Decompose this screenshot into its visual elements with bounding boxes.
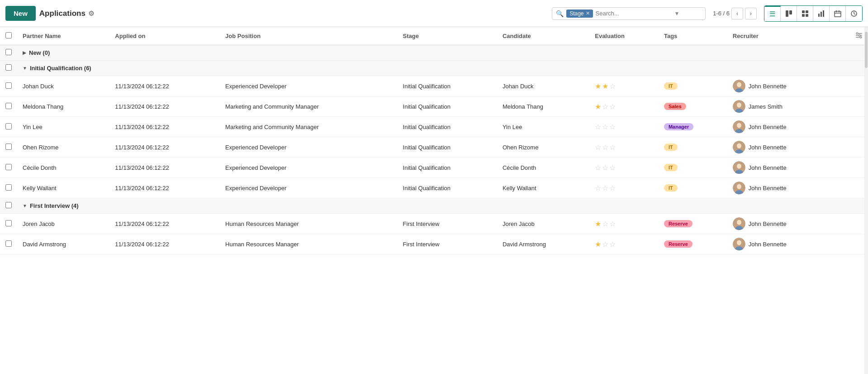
select-all-header[interactable] xyxy=(0,27,17,45)
star-2[interactable]: ☆ xyxy=(602,163,608,172)
kanban-view-button[interactable] xyxy=(781,6,797,21)
tags-cell: IT xyxy=(659,158,727,178)
star-1[interactable]: ☆ xyxy=(595,143,601,152)
recruiter-name: James Smith xyxy=(749,103,783,110)
applied-on-cell: 11/13/2024 06:12:22 xyxy=(109,96,220,117)
svg-point-23 xyxy=(737,82,741,87)
col-applied-on[interactable]: Applied on xyxy=(109,27,220,45)
group-checkbox[interactable] xyxy=(5,49,12,55)
star-3[interactable]: ☆ xyxy=(609,240,616,249)
row-checkbox[interactable] xyxy=(5,220,12,226)
recruiter-cell: John Bennette xyxy=(727,234,837,254)
row-checkbox[interactable] xyxy=(5,184,12,191)
star-2[interactable]: ★ xyxy=(602,82,608,91)
group-label[interactable]: ▼ Initial Qualification (6) xyxy=(23,65,863,72)
tag-badge[interactable]: Reserve xyxy=(664,220,693,227)
col-job-position[interactable]: Job Position xyxy=(220,27,397,45)
scrollbar[interactable] xyxy=(864,27,868,254)
row-checkbox[interactable] xyxy=(5,82,12,89)
col-partner-name[interactable]: Partner Name xyxy=(17,27,109,45)
star-1[interactable]: ★ xyxy=(595,102,601,111)
grid-view-button[interactable] xyxy=(797,6,813,21)
star-1[interactable]: ★ xyxy=(595,240,601,249)
stage-filter-tag[interactable]: Stage ✕ xyxy=(566,10,593,18)
svg-rect-0 xyxy=(786,10,788,17)
col-evaluation[interactable]: Evaluation xyxy=(589,27,659,45)
star-2[interactable]: ☆ xyxy=(602,184,608,192)
star-2[interactable]: ☆ xyxy=(602,240,608,249)
job-position-cell: Experienced Developer xyxy=(220,137,397,158)
stage-cell: Initial Qualification xyxy=(398,96,497,117)
group-toggle-icon[interactable]: ▼ xyxy=(23,203,27,208)
row-checkbox[interactable] xyxy=(5,144,12,150)
stage-filter-close[interactable]: ✕ xyxy=(586,10,590,16)
star-3[interactable]: ☆ xyxy=(609,143,616,152)
calendar-view-button[interactable] xyxy=(830,6,846,21)
list-view-button[interactable]: ☰ xyxy=(764,6,781,21)
tag-badge[interactable]: IT xyxy=(664,164,678,171)
chart-view-button[interactable] xyxy=(813,6,830,21)
star-2[interactable]: ☆ xyxy=(602,123,608,131)
group-toggle-icon[interactable]: ▶ xyxy=(23,50,26,55)
tag-badge[interactable]: Reserve xyxy=(664,240,693,248)
star-1[interactable]: ☆ xyxy=(595,123,601,131)
star-1[interactable]: ☆ xyxy=(595,184,601,192)
star-3[interactable]: ☆ xyxy=(609,102,616,111)
row-checkbox-cell xyxy=(0,158,17,178)
tag-badge[interactable]: Sales xyxy=(664,103,686,110)
row-checkbox[interactable] xyxy=(5,164,12,170)
star-1[interactable]: ★ xyxy=(595,82,601,91)
evaluation-cell: ★☆☆ xyxy=(589,96,659,117)
group-checkbox[interactable] xyxy=(5,64,12,71)
star-3[interactable]: ☆ xyxy=(609,163,616,172)
new-button[interactable]: New xyxy=(5,6,36,21)
group-row: ▶ New (0) xyxy=(0,45,868,61)
group-checkbox[interactable] xyxy=(5,202,12,208)
activity-view-button[interactable] xyxy=(846,6,862,21)
candidate-cell: Cécile Donth xyxy=(497,158,589,178)
row-checkbox[interactable] xyxy=(5,240,12,247)
candidate-cell: Johan Duck xyxy=(497,76,589,96)
star-3[interactable]: ☆ xyxy=(609,123,616,131)
scroll-thumb[interactable] xyxy=(865,32,868,68)
group-label[interactable]: ▼ First Interview (4) xyxy=(23,202,863,209)
tag-badge[interactable]: IT xyxy=(664,184,678,192)
partner-name-cell: Johan Duck xyxy=(17,76,109,96)
svg-rect-7 xyxy=(821,12,822,17)
search-dropdown-icon[interactable]: ▼ xyxy=(674,10,680,17)
prev-page-button[interactable]: ‹ xyxy=(731,8,743,19)
candidate-cell: Yin Lee xyxy=(497,117,589,137)
tag-badge[interactable]: Manager xyxy=(664,123,693,130)
star-3[interactable]: ☆ xyxy=(609,220,616,228)
group-label[interactable]: ▶ New (0) xyxy=(23,49,863,56)
star-2[interactable]: ☆ xyxy=(602,143,608,152)
select-all-checkbox[interactable] xyxy=(5,32,12,38)
col-candidate[interactable]: Candidate xyxy=(497,27,589,45)
svg-point-44 xyxy=(737,240,741,245)
svg-point-32 xyxy=(737,144,741,149)
star-2[interactable]: ☆ xyxy=(602,102,608,111)
row-checkbox[interactable] xyxy=(5,103,12,109)
col-recruiter[interactable]: Recruiter xyxy=(727,27,837,45)
stars-container: ☆☆☆ xyxy=(595,123,653,131)
group-checkbox-cell xyxy=(0,198,17,214)
applied-on-cell: 11/13/2024 06:12:22 xyxy=(109,117,220,137)
evaluation-cell: ★☆☆ xyxy=(589,234,659,254)
col-tags[interactable]: Tags xyxy=(659,27,727,45)
tag-badge[interactable]: IT xyxy=(664,144,678,151)
star-1[interactable]: ☆ xyxy=(595,163,601,172)
table-row: Joren Jacob 11/13/2024 06:12:22 Human Re… xyxy=(0,214,868,234)
col-settings[interactable] xyxy=(837,27,868,45)
star-3[interactable]: ☆ xyxy=(609,184,616,192)
tag-badge[interactable]: IT xyxy=(664,82,678,90)
star-3[interactable]: ☆ xyxy=(609,82,616,91)
row-checkbox[interactable] xyxy=(5,123,12,129)
group-toggle-icon[interactable]: ▼ xyxy=(23,66,27,71)
col-stage[interactable]: Stage xyxy=(398,27,497,45)
star-1[interactable]: ★ xyxy=(595,220,601,228)
group-name: New (0) xyxy=(29,49,50,56)
star-2[interactable]: ☆ xyxy=(602,220,608,228)
gear-icon[interactable]: ⚙ xyxy=(88,10,94,18)
next-page-button[interactable]: › xyxy=(745,8,757,19)
search-input[interactable] xyxy=(596,10,672,17)
